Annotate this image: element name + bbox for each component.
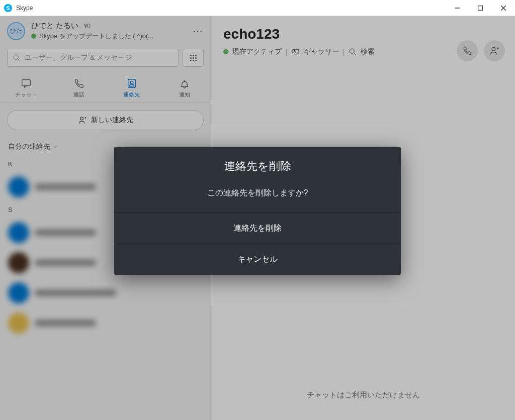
minimize-button[interactable] [446, 0, 469, 16]
close-button[interactable] [492, 0, 515, 16]
delete-contact-dialog: 連絡先を削除 この連絡先を削除しますか? 連絡先を削除 キャンセル [114, 147, 401, 275]
dialog-confirm-button[interactable]: 連絡先を削除 [114, 213, 401, 244]
titlebar: S Skype [0, 0, 515, 16]
dialog-cancel-button[interactable]: キャンセル [114, 244, 401, 275]
dialog-message: この連絡先を削除しますか? [114, 178, 401, 213]
modal-overlay[interactable]: 連絡先を削除 この連絡先を削除しますか? 連絡先を削除 キャンセル [0, 16, 515, 420]
maximize-button[interactable] [469, 0, 492, 16]
dialog-title: 連絡先を削除 [114, 147, 401, 178]
window-title: Skype [16, 5, 33, 12]
skype-logo-icon: S [4, 4, 12, 12]
svg-rect-1 [478, 6, 483, 10]
window-controls [446, 0, 515, 16]
